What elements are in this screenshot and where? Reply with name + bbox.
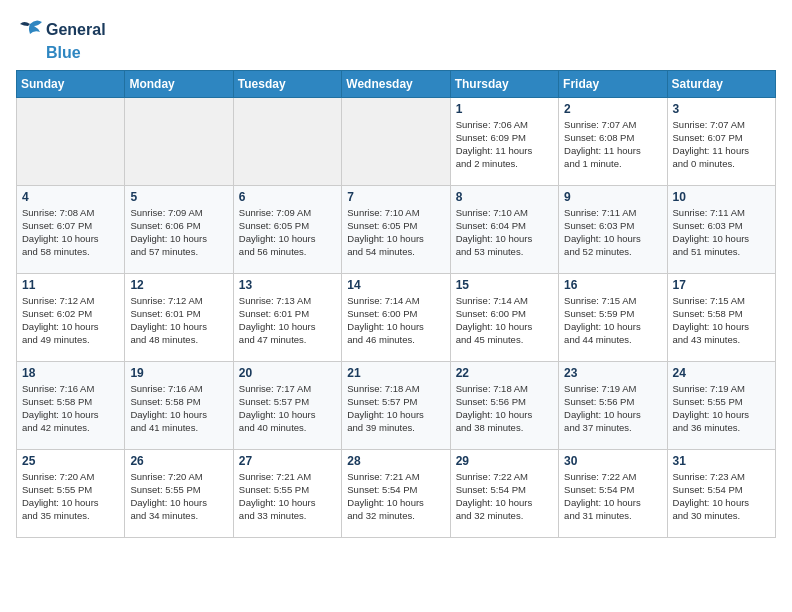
day-number: 7 bbox=[347, 190, 444, 204]
day-info: Sunrise: 7:12 AM Sunset: 6:01 PM Dayligh… bbox=[130, 294, 227, 347]
day-info: Sunrise: 7:14 AM Sunset: 6:00 PM Dayligh… bbox=[456, 294, 553, 347]
calendar-cell: 17Sunrise: 7:15 AM Sunset: 5:58 PM Dayli… bbox=[667, 273, 775, 361]
day-info: Sunrise: 7:11 AM Sunset: 6:03 PM Dayligh… bbox=[564, 206, 661, 259]
day-number: 25 bbox=[22, 454, 119, 468]
day-number: 29 bbox=[456, 454, 553, 468]
day-number: 27 bbox=[239, 454, 336, 468]
day-info: Sunrise: 7:09 AM Sunset: 6:05 PM Dayligh… bbox=[239, 206, 336, 259]
day-number: 28 bbox=[347, 454, 444, 468]
day-info: Sunrise: 7:18 AM Sunset: 5:57 PM Dayligh… bbox=[347, 382, 444, 435]
calendar-cell: 4Sunrise: 7:08 AM Sunset: 6:07 PM Daylig… bbox=[17, 185, 125, 273]
calendar-cell bbox=[17, 97, 125, 185]
calendar-cell: 27Sunrise: 7:21 AM Sunset: 5:55 PM Dayli… bbox=[233, 449, 341, 537]
day-number: 13 bbox=[239, 278, 336, 292]
calendar-cell: 12Sunrise: 7:12 AM Sunset: 6:01 PM Dayli… bbox=[125, 273, 233, 361]
calendar-cell: 19Sunrise: 7:16 AM Sunset: 5:58 PM Dayli… bbox=[125, 361, 233, 449]
day-number: 26 bbox=[130, 454, 227, 468]
weekday-header-saturday: Saturday bbox=[667, 70, 775, 97]
day-info: Sunrise: 7:12 AM Sunset: 6:02 PM Dayligh… bbox=[22, 294, 119, 347]
day-info: Sunrise: 7:06 AM Sunset: 6:09 PM Dayligh… bbox=[456, 118, 553, 171]
calendar-cell: 30Sunrise: 7:22 AM Sunset: 5:54 PM Dayli… bbox=[559, 449, 667, 537]
weekday-header-sunday: Sunday bbox=[17, 70, 125, 97]
calendar-cell: 29Sunrise: 7:22 AM Sunset: 5:54 PM Dayli… bbox=[450, 449, 558, 537]
day-info: Sunrise: 7:09 AM Sunset: 6:06 PM Dayligh… bbox=[130, 206, 227, 259]
day-number: 21 bbox=[347, 366, 444, 380]
weekday-header-monday: Monday bbox=[125, 70, 233, 97]
calendar-cell: 7Sunrise: 7:10 AM Sunset: 6:05 PM Daylig… bbox=[342, 185, 450, 273]
day-info: Sunrise: 7:22 AM Sunset: 5:54 PM Dayligh… bbox=[564, 470, 661, 523]
day-info: Sunrise: 7:11 AM Sunset: 6:03 PM Dayligh… bbox=[673, 206, 770, 259]
day-number: 19 bbox=[130, 366, 227, 380]
day-info: Sunrise: 7:13 AM Sunset: 6:01 PM Dayligh… bbox=[239, 294, 336, 347]
weekday-header-thursday: Thursday bbox=[450, 70, 558, 97]
calendar-cell: 24Sunrise: 7:19 AM Sunset: 5:55 PM Dayli… bbox=[667, 361, 775, 449]
calendar-cell: 1Sunrise: 7:06 AM Sunset: 6:09 PM Daylig… bbox=[450, 97, 558, 185]
calendar-cell: 9Sunrise: 7:11 AM Sunset: 6:03 PM Daylig… bbox=[559, 185, 667, 273]
day-number: 5 bbox=[130, 190, 227, 204]
calendar-cell: 26Sunrise: 7:20 AM Sunset: 5:55 PM Dayli… bbox=[125, 449, 233, 537]
weekday-header-wednesday: Wednesday bbox=[342, 70, 450, 97]
calendar-cell: 15Sunrise: 7:14 AM Sunset: 6:00 PM Dayli… bbox=[450, 273, 558, 361]
calendar-cell: 8Sunrise: 7:10 AM Sunset: 6:04 PM Daylig… bbox=[450, 185, 558, 273]
day-info: Sunrise: 7:21 AM Sunset: 5:54 PM Dayligh… bbox=[347, 470, 444, 523]
day-number: 30 bbox=[564, 454, 661, 468]
day-number: 4 bbox=[22, 190, 119, 204]
calendar-cell: 31Sunrise: 7:23 AM Sunset: 5:54 PM Dayli… bbox=[667, 449, 775, 537]
day-number: 1 bbox=[456, 102, 553, 116]
day-number: 23 bbox=[564, 366, 661, 380]
weekday-header-row: SundayMondayTuesdayWednesdayThursdayFrid… bbox=[17, 70, 776, 97]
calendar-week-row: 1Sunrise: 7:06 AM Sunset: 6:09 PM Daylig… bbox=[17, 97, 776, 185]
day-number: 8 bbox=[456, 190, 553, 204]
day-info: Sunrise: 7:20 AM Sunset: 5:55 PM Dayligh… bbox=[22, 470, 119, 523]
calendar-cell: 14Sunrise: 7:14 AM Sunset: 6:00 PM Dayli… bbox=[342, 273, 450, 361]
day-info: Sunrise: 7:15 AM Sunset: 5:59 PM Dayligh… bbox=[564, 294, 661, 347]
calendar-cell: 5Sunrise: 7:09 AM Sunset: 6:06 PM Daylig… bbox=[125, 185, 233, 273]
day-number: 24 bbox=[673, 366, 770, 380]
day-info: Sunrise: 7:20 AM Sunset: 5:55 PM Dayligh… bbox=[130, 470, 227, 523]
calendar-cell: 16Sunrise: 7:15 AM Sunset: 5:59 PM Dayli… bbox=[559, 273, 667, 361]
day-number: 22 bbox=[456, 366, 553, 380]
calendar-cell bbox=[342, 97, 450, 185]
calendar-cell bbox=[233, 97, 341, 185]
day-number: 12 bbox=[130, 278, 227, 292]
day-info: Sunrise: 7:07 AM Sunset: 6:08 PM Dayligh… bbox=[564, 118, 661, 171]
day-number: 31 bbox=[673, 454, 770, 468]
day-info: Sunrise: 7:18 AM Sunset: 5:56 PM Dayligh… bbox=[456, 382, 553, 435]
calendar-cell: 2Sunrise: 7:07 AM Sunset: 6:08 PM Daylig… bbox=[559, 97, 667, 185]
weekday-header-friday: Friday bbox=[559, 70, 667, 97]
calendar-cell: 28Sunrise: 7:21 AM Sunset: 5:54 PM Dayli… bbox=[342, 449, 450, 537]
day-info: Sunrise: 7:10 AM Sunset: 6:05 PM Dayligh… bbox=[347, 206, 444, 259]
day-info: Sunrise: 7:10 AM Sunset: 6:04 PM Dayligh… bbox=[456, 206, 553, 259]
calendar-cell: 18Sunrise: 7:16 AM Sunset: 5:58 PM Dayli… bbox=[17, 361, 125, 449]
calendar-table: SundayMondayTuesdayWednesdayThursdayFrid… bbox=[16, 70, 776, 538]
day-info: Sunrise: 7:07 AM Sunset: 6:07 PM Dayligh… bbox=[673, 118, 770, 171]
day-info: Sunrise: 7:08 AM Sunset: 6:07 PM Dayligh… bbox=[22, 206, 119, 259]
calendar-cell: 21Sunrise: 7:18 AM Sunset: 5:57 PM Dayli… bbox=[342, 361, 450, 449]
calendar-week-row: 11Sunrise: 7:12 AM Sunset: 6:02 PM Dayli… bbox=[17, 273, 776, 361]
day-info: Sunrise: 7:16 AM Sunset: 5:58 PM Dayligh… bbox=[130, 382, 227, 435]
day-number: 10 bbox=[673, 190, 770, 204]
calendar-week-row: 4Sunrise: 7:08 AM Sunset: 6:07 PM Daylig… bbox=[17, 185, 776, 273]
calendar-week-row: 25Sunrise: 7:20 AM Sunset: 5:55 PM Dayli… bbox=[17, 449, 776, 537]
day-info: Sunrise: 7:14 AM Sunset: 6:00 PM Dayligh… bbox=[347, 294, 444, 347]
calendar-cell: 23Sunrise: 7:19 AM Sunset: 5:56 PM Dayli… bbox=[559, 361, 667, 449]
day-number: 6 bbox=[239, 190, 336, 204]
day-info: Sunrise: 7:19 AM Sunset: 5:55 PM Dayligh… bbox=[673, 382, 770, 435]
calendar-cell: 20Sunrise: 7:17 AM Sunset: 5:57 PM Dayli… bbox=[233, 361, 341, 449]
day-info: Sunrise: 7:16 AM Sunset: 5:58 PM Dayligh… bbox=[22, 382, 119, 435]
day-number: 16 bbox=[564, 278, 661, 292]
day-number: 3 bbox=[673, 102, 770, 116]
calendar-cell bbox=[125, 97, 233, 185]
header: General Blue bbox=[16, 16, 776, 62]
calendar-cell: 11Sunrise: 7:12 AM Sunset: 6:02 PM Dayli… bbox=[17, 273, 125, 361]
day-info: Sunrise: 7:22 AM Sunset: 5:54 PM Dayligh… bbox=[456, 470, 553, 523]
calendar-cell: 6Sunrise: 7:09 AM Sunset: 6:05 PM Daylig… bbox=[233, 185, 341, 273]
day-info: Sunrise: 7:23 AM Sunset: 5:54 PM Dayligh… bbox=[673, 470, 770, 523]
logo: General Blue bbox=[16, 16, 106, 62]
day-info: Sunrise: 7:17 AM Sunset: 5:57 PM Dayligh… bbox=[239, 382, 336, 435]
day-number: 2 bbox=[564, 102, 661, 116]
day-number: 14 bbox=[347, 278, 444, 292]
day-number: 17 bbox=[673, 278, 770, 292]
day-number: 20 bbox=[239, 366, 336, 380]
day-info: Sunrise: 7:21 AM Sunset: 5:55 PM Dayligh… bbox=[239, 470, 336, 523]
